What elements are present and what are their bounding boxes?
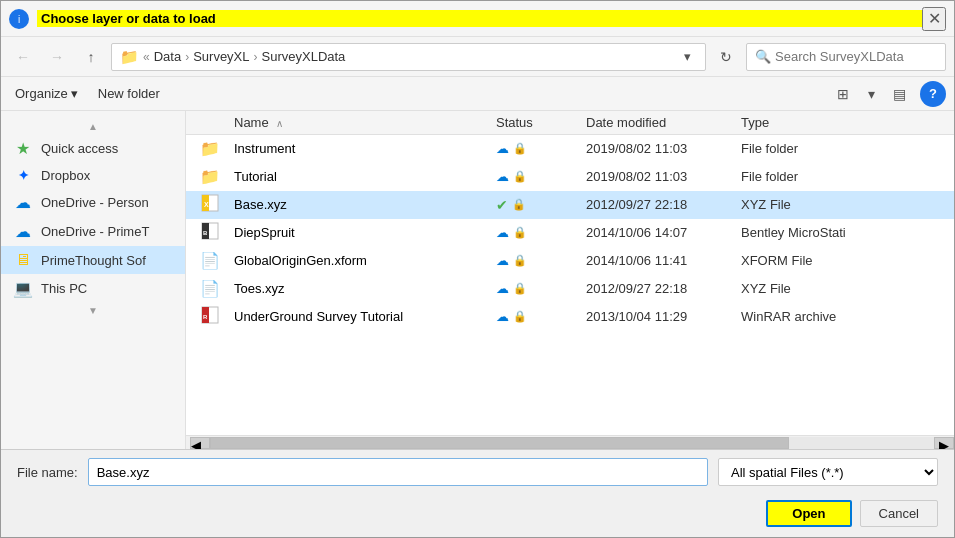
sidebar-item-onedrive-prime[interactable]: ☁ OneDrive - PrimeT bbox=[1, 217, 185, 246]
file-row-tutorial[interactable]: 📁 Tutorial ☁ 🔒 2019/08/02 11:03 File fol… bbox=[186, 163, 954, 191]
file-row-globalorigingen[interactable]: 📄 GlobalOriginGen.xform ☁ 🔒 2014/10/06 1… bbox=[186, 247, 954, 275]
sidebar-item-onedrive-person[interactable]: ☁ OneDrive - Person bbox=[1, 188, 185, 217]
file-list-container: Name ∧ Status Date modified Type 📁 Instr… bbox=[186, 111, 954, 449]
nav-bar: ← → ↑ 📁 « Data › SurveyXL › SurveyXLData… bbox=[1, 37, 954, 77]
this-pc-icon: 💻 bbox=[13, 279, 33, 298]
col-type-header[interactable]: Type bbox=[741, 115, 954, 130]
filetype-select[interactable]: All spatial Files (*.*) All files (*.*) bbox=[718, 458, 938, 486]
hscroll-thumb[interactable] bbox=[210, 437, 789, 449]
svg-text:i: i bbox=[18, 14, 20, 25]
file-status-toes-xyz: ☁ 🔒 bbox=[496, 281, 586, 296]
search-input[interactable] bbox=[775, 49, 943, 64]
star-icon: ★ bbox=[13, 139, 33, 158]
folder-icon-instrument: 📁 bbox=[200, 139, 220, 158]
address-bar[interactable]: 📁 « Data › SurveyXL › SurveyXLData ▾ bbox=[111, 43, 706, 71]
filetype-dropdown-wrapper[interactable]: All spatial Files (*.*) All files (*.*) bbox=[718, 458, 938, 486]
sidebar-item-primethought[interactable]: 🖥 PrimeThought Sof bbox=[1, 246, 185, 274]
sidebar-scroll-down[interactable]: ▼ bbox=[1, 303, 185, 318]
xyz-icon-base: XY bbox=[201, 194, 219, 215]
xyz-icon-toes: 📄 bbox=[200, 279, 220, 298]
primethought-icon: 🖥 bbox=[13, 251, 33, 269]
address-separator-1: « bbox=[143, 50, 150, 64]
rar-icon: R bbox=[201, 306, 219, 327]
cloud-icon-globalorigingen: ☁ bbox=[496, 253, 509, 268]
file-name-diepspruit: DiepSpruit bbox=[234, 225, 496, 240]
svg-text:B: B bbox=[203, 230, 208, 236]
file-type-tutorial: File folder bbox=[741, 169, 954, 184]
file-status-diepspruit: ☁ 🔒 bbox=[496, 225, 586, 240]
sidebar-item-label-primethought: PrimeThought Sof bbox=[41, 253, 146, 268]
file-date-globalorigingen: 2014/10/06 11:41 bbox=[586, 253, 741, 268]
file-name-tutorial: Tutorial bbox=[234, 169, 496, 184]
forward-button[interactable]: → bbox=[43, 43, 71, 71]
lock-icon-base-xyz: 🔒 bbox=[512, 198, 526, 211]
help-button[interactable]: ? bbox=[920, 81, 946, 107]
sidebar-item-label-onedrive-person: OneDrive - Person bbox=[41, 195, 149, 210]
file-name-underground-survey: UnderGround Survey Tutorial bbox=[234, 309, 496, 324]
hscroll-left[interactable]: ◀ bbox=[190, 437, 210, 449]
refresh-button[interactable]: ↻ bbox=[712, 43, 740, 71]
sidebar-item-this-pc[interactable]: 💻 This PC bbox=[1, 274, 185, 303]
file-date-diepspruit: 2014/10/06 14:07 bbox=[586, 225, 741, 240]
cloud-icon-underground-survey: ☁ bbox=[496, 309, 509, 324]
file-type-underground-survey: WinRAR archive bbox=[741, 309, 954, 324]
sidebar-item-label-onedrive-prime: OneDrive - PrimeT bbox=[41, 224, 149, 239]
sidebar-item-label-quick-access: Quick access bbox=[41, 141, 118, 156]
file-list-scroll[interactable]: Name ∧ Status Date modified Type 📁 Instr… bbox=[186, 111, 954, 435]
file-type-toes-xyz: XYZ File bbox=[741, 281, 954, 296]
organize-label: Organize bbox=[15, 86, 68, 101]
organize-button[interactable]: Organize ▾ bbox=[9, 83, 84, 104]
search-bar[interactable]: 🔍 bbox=[746, 43, 946, 71]
lock-icon-toes-xyz: 🔒 bbox=[513, 282, 527, 295]
view-dropdown-button[interactable]: ▾ bbox=[858, 81, 884, 107]
close-button[interactable]: ✕ bbox=[922, 7, 946, 31]
file-icon-toes-xyz: 📄 bbox=[186, 279, 234, 298]
open-button[interactable]: Open bbox=[766, 500, 851, 527]
address-dropdown-icon[interactable]: ▾ bbox=[677, 49, 697, 64]
bottom-bar: File name: All spatial Files (*.*) All f… bbox=[1, 449, 954, 494]
file-status-tutorial: ☁ 🔒 bbox=[496, 169, 586, 184]
file-type-instrument: File folder bbox=[741, 141, 954, 156]
file-row-diepspruit[interactable]: B DiepSpruit ☁ 🔒 2014/10/06 14:07 Bentle… bbox=[186, 219, 954, 247]
file-name-toes-xyz: Toes.xyz bbox=[234, 281, 496, 296]
file-list-header: Name ∧ Status Date modified Type bbox=[186, 111, 954, 135]
dropbox-icon: ✦ bbox=[13, 168, 33, 183]
address-part-surveyxl: SurveyXL bbox=[193, 49, 249, 64]
diepspruit-icon: B bbox=[201, 222, 219, 243]
cloud-icon-toes-xyz: ☁ bbox=[496, 281, 509, 296]
file-date-toes-xyz: 2012/09/27 22:18 bbox=[586, 281, 741, 296]
ok-icon-base-xyz: ✔ bbox=[496, 197, 508, 213]
file-row-underground-survey[interactable]: R UnderGround Survey Tutorial ☁ 🔒 2013/1… bbox=[186, 303, 954, 331]
sidebar-item-label-this-pc: This PC bbox=[41, 281, 87, 296]
file-date-tutorial: 2019/08/02 11:03 bbox=[586, 169, 741, 184]
view-list-button[interactable]: ⊞ bbox=[830, 81, 856, 107]
file-icon-instrument: 📁 bbox=[186, 139, 234, 158]
file-row-instrument[interactable]: 📁 Instrument ☁ 🔒 2019/08/02 11:03 File f… bbox=[186, 135, 954, 163]
horizontal-scrollbar[interactable]: ◀ ▶ bbox=[186, 435, 954, 449]
address-part-surveyxldata: SurveyXLData bbox=[262, 49, 346, 64]
new-folder-button[interactable]: New folder bbox=[92, 83, 166, 104]
cancel-button[interactable]: Cancel bbox=[860, 500, 938, 527]
back-button[interactable]: ← bbox=[9, 43, 37, 71]
sidebar-item-dropbox[interactable]: ✦ Dropbox bbox=[1, 163, 185, 188]
col-status-header[interactable]: Status bbox=[496, 115, 586, 130]
svg-text:R: R bbox=[203, 314, 208, 320]
preview-pane-button[interactable]: ▤ bbox=[886, 81, 912, 107]
col-name-header[interactable]: Name ∧ bbox=[186, 115, 496, 130]
filename-input[interactable] bbox=[88, 458, 708, 486]
hscroll-right[interactable]: ▶ bbox=[934, 437, 954, 449]
file-dialog: i Choose layer or data to load ✕ ← → ↑ 📁… bbox=[0, 0, 955, 538]
organize-dropdown-icon: ▾ bbox=[71, 86, 78, 101]
view-icons: ⊞ ▾ ▤ bbox=[830, 81, 912, 107]
sidebar-item-quick-access[interactable]: ★ Quick access bbox=[1, 134, 185, 163]
file-name-base-xyz: Base.xyz bbox=[234, 197, 496, 212]
file-row-base-xyz[interactable]: XY Base.xyz ✔ 🔒 2012/09/27 22:18 XYZ Fil… bbox=[186, 191, 954, 219]
file-type-globalorigingen: XFORM File bbox=[741, 253, 954, 268]
sort-indicator: ∧ bbox=[276, 118, 283, 129]
sidebar-scroll-up[interactable]: ▲ bbox=[1, 119, 185, 134]
file-status-underground-survey: ☁ 🔒 bbox=[496, 309, 586, 324]
toolbar2: Organize ▾ New folder ⊞ ▾ ▤ ? bbox=[1, 77, 954, 111]
file-row-toes-xyz[interactable]: 📄 Toes.xyz ☁ 🔒 2012/09/27 22:18 XYZ File bbox=[186, 275, 954, 303]
col-date-header[interactable]: Date modified bbox=[586, 115, 741, 130]
up-button[interactable]: ↑ bbox=[77, 43, 105, 71]
